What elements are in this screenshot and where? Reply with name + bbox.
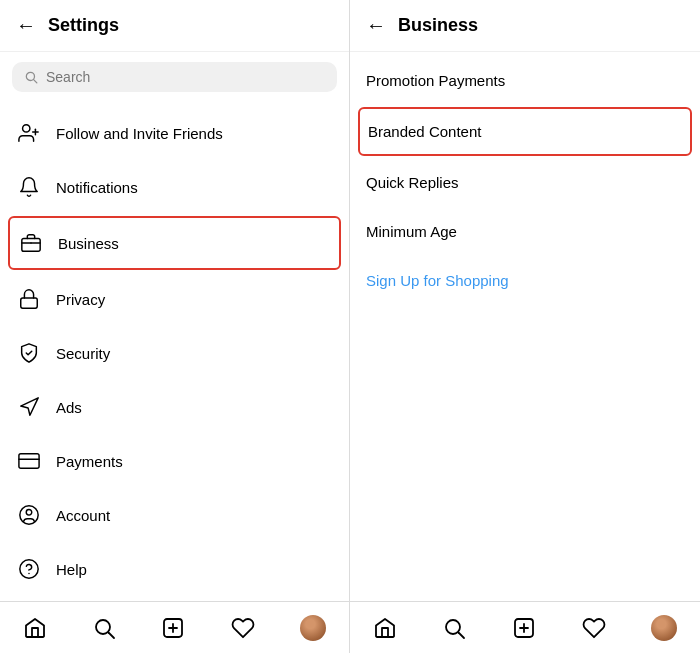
sidebar-item-security[interactable]: Security	[0, 326, 349, 380]
svg-line-23	[459, 632, 465, 638]
sidebar-item-notifications[interactable]: Notifications	[0, 160, 349, 214]
search-bar	[12, 62, 337, 92]
right-panel: ← Business Promotion Payments Branded Co…	[350, 0, 700, 653]
svg-rect-5	[22, 238, 40, 251]
bell-icon	[16, 174, 42, 200]
sidebar-item-label: Payments	[56, 453, 123, 470]
sidebar-item-help[interactable]: Help	[0, 542, 349, 596]
business-menu-list: Promotion Payments Branded Content Quick…	[350, 52, 700, 601]
shield-icon	[16, 340, 42, 366]
right-header: ← Business	[350, 0, 700, 52]
sidebar-item-payments[interactable]: Payments	[0, 434, 349, 488]
sidebar-item-label: Follow and Invite Friends	[56, 125, 223, 142]
svg-point-2	[23, 125, 30, 132]
heart-nav-icon[interactable]	[231, 616, 255, 640]
svg-rect-8	[19, 454, 39, 469]
sidebar-item-label: Ads	[56, 399, 82, 416]
right-bottom-nav	[350, 601, 700, 653]
search-nav-icon-right[interactable]	[442, 616, 466, 640]
search-nav-icon[interactable]	[92, 616, 116, 640]
plus-nav-icon-right[interactable]	[512, 616, 536, 640]
sidebar-item-business[interactable]: Business	[8, 216, 341, 270]
right-item-quick-replies[interactable]: Quick Replies	[350, 158, 700, 207]
sidebar-item-label: Account	[56, 507, 110, 524]
plus-nav-icon[interactable]	[161, 616, 185, 640]
left-back-button[interactable]: ←	[16, 14, 36, 37]
question-circle-icon	[16, 556, 42, 582]
home-nav-icon[interactable]	[23, 616, 47, 640]
home-nav-icon-right[interactable]	[373, 616, 397, 640]
avatar-image-right	[651, 615, 677, 641]
sidebar-item-privacy[interactable]: Privacy	[0, 272, 349, 326]
search-input[interactable]	[46, 69, 325, 85]
circle-person-icon	[16, 502, 42, 528]
right-item-promotion-payments[interactable]: Promotion Payments	[350, 56, 700, 105]
business-icon	[18, 230, 44, 256]
sidebar-item-account[interactable]: Account	[0, 488, 349, 542]
person-plus-icon	[16, 120, 42, 146]
right-item-minimum-age[interactable]: Minimum Age	[350, 207, 700, 256]
left-panel: ← Settings Follow and Invite Friends	[0, 0, 350, 653]
lock-icon	[16, 286, 42, 312]
avatar-image	[300, 615, 326, 641]
sidebar-item-follow-invite[interactable]: Follow and Invite Friends	[0, 106, 349, 160]
svg-rect-7	[21, 298, 38, 308]
card-icon	[16, 448, 42, 474]
svg-line-18	[109, 632, 115, 638]
sidebar-item-label: Business	[58, 235, 119, 252]
avatar-nav-right[interactable]	[651, 615, 677, 641]
settings-menu-list: Follow and Invite Friends Notifications	[0, 102, 349, 601]
sidebar-item-label: Privacy	[56, 291, 105, 308]
left-header: ← Settings	[0, 0, 349, 52]
right-item-branded-content[interactable]: Branded Content	[358, 107, 692, 156]
left-header-title: Settings	[48, 15, 119, 36]
left-bottom-nav	[0, 601, 349, 653]
heart-nav-icon-right[interactable]	[582, 616, 606, 640]
megaphone-icon	[16, 394, 42, 420]
svg-line-1	[34, 80, 37, 83]
sidebar-item-label: Security	[56, 345, 110, 362]
svg-point-11	[26, 510, 32, 516]
sidebar-item-label: Help	[56, 561, 87, 578]
search-icon	[24, 70, 38, 84]
svg-point-12	[20, 560, 38, 578]
sidebar-item-ads[interactable]: Ads	[0, 380, 349, 434]
avatar-nav[interactable]	[300, 615, 326, 641]
sidebar-item-label: Notifications	[56, 179, 138, 196]
right-item-sign-up-shopping[interactable]: Sign Up for Shopping	[350, 256, 700, 305]
right-header-title: Business	[398, 15, 478, 36]
right-back-button[interactable]: ←	[366, 14, 386, 37]
